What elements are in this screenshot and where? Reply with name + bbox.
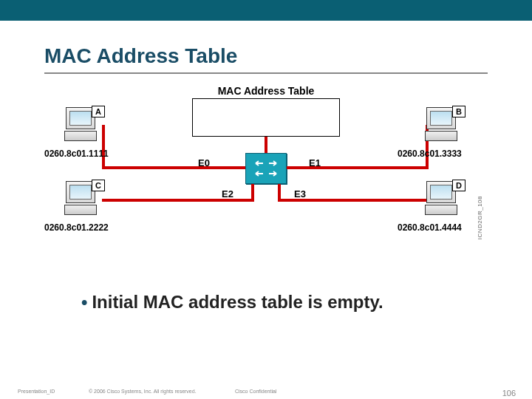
network-diagram: MAC Address Table E0 E1 E2 E3 [44, 85, 488, 270]
bullet-text: Initial MAC address table is empty. [92, 292, 383, 312]
host-a-mac: 0260.8c01.1111 [44, 149, 109, 159]
pc-base-icon [425, 131, 457, 141]
host-b-mac: 0260.8c01.3333 [398, 149, 462, 159]
host-b-tag: B [452, 106, 466, 117]
pc-base-icon [64, 131, 97, 141]
host-a: A [61, 107, 100, 141]
slide: MAC Address Table MAC Address Table E0 E… [0, 0, 532, 399]
bullet-dot-icon: • [81, 292, 87, 312]
host-a-tag: A [92, 106, 105, 117]
link-e2-h [102, 199, 254, 202]
footer-presentation-id: Presentation_ID [18, 389, 55, 394]
mac-table-box [192, 98, 340, 137]
monitor-icon [426, 181, 456, 203]
host-d: D [421, 181, 461, 215]
title-underline [44, 72, 488, 74]
port-e2-label: E2 [222, 188, 233, 200]
top-bar [0, 0, 532, 21]
pc-base-icon [425, 205, 457, 215]
host-b: B [421, 107, 461, 141]
footer-copyright: © 2006 Cisco Systems, Inc. All rights re… [89, 389, 197, 394]
pc-base-icon [64, 205, 97, 215]
figure-code: ICND2GR_108 [477, 196, 483, 239]
monitor-icon [66, 107, 95, 129]
page-number: 106 [502, 389, 516, 398]
link-e0-v [102, 125, 105, 169]
port-e3-label: E3 [294, 188, 306, 200]
bullet-line: •Initial MAC address table is empty. [81, 292, 383, 313]
host-d-mac: 0260.8c01.4444 [398, 222, 462, 233]
link-e1-h [287, 166, 429, 169]
link-e3-v1 [278, 184, 281, 202]
link-e0-h [102, 166, 245, 169]
link-e2-v1 [251, 184, 254, 202]
footer-confidential: Cisco Confidential [235, 389, 276, 394]
host-c-tag: C [92, 180, 105, 191]
link-table-switch [265, 137, 267, 153]
slide-title: MAC Address Table [44, 44, 237, 68]
link-e3-h [278, 199, 429, 202]
host-d-tag: D [452, 180, 466, 191]
switch-icon [245, 153, 287, 184]
monitor-icon [66, 181, 95, 203]
mac-table-label: MAC Address Table [218, 85, 315, 97]
link-e2-stub [102, 199, 105, 202]
monitor-icon [426, 107, 456, 129]
host-c-mac: 0260.8c01.2222 [44, 222, 109, 233]
host-c: C [61, 181, 100, 215]
